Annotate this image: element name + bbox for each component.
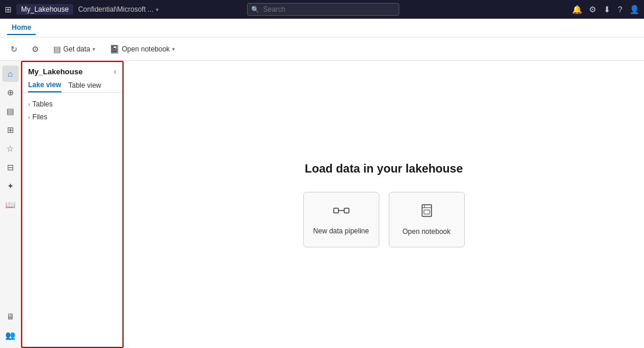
search-container: 🔍: [247, 3, 399, 16]
files-chevron-icon: ›: [28, 114, 30, 120]
get-data-label: Get data: [63, 45, 90, 53]
refresh-icon: ↻: [11, 44, 18, 54]
side-panel: My_Lakehouse ‹ Lake view Table view › Ta…: [21, 61, 124, 348]
get-data-icon: ▤: [53, 44, 61, 54]
breadcrumb: Confidential\Microsoft ... ▾: [78, 5, 159, 13]
nav-award-icon[interactable]: ✦: [2, 178, 19, 194]
secondary-bar: Home: [0, 19, 644, 37]
nav-plus-icon[interactable]: ⊕: [2, 84, 19, 101]
nav-book-icon[interactable]: 📖: [2, 197, 19, 213]
side-panel-header: My_Lakehouse ‹: [22, 62, 122, 78]
home-tab[interactable]: Home: [7, 21, 36, 35]
side-panel-tabs: Lake view Table view: [22, 78, 122, 93]
breadcrumb-text: Confidential\Microsoft ...: [78, 5, 153, 13]
gear-icon: ⚙: [32, 44, 39, 54]
user-icon[interactable]: 👤: [629, 5, 639, 14]
side-panel-close-button[interactable]: ‹: [114, 67, 117, 76]
open-notebook-button[interactable]: 📓 Open notebook ▾: [106, 42, 179, 56]
main-content: ⌂ ⊕ ▤ ⊞ ☆ ⊟ ✦ 📖 🖥 👥 My_Lakehouse ‹ Lake …: [0, 61, 644, 348]
search-input[interactable]: [247, 3, 399, 16]
download-icon[interactable]: ⬇: [604, 5, 611, 14]
svg-rect-2: [344, 208, 349, 213]
tab-table-view[interactable]: Table view: [68, 79, 101, 92]
settings-icon[interactable]: ⚙: [589, 5, 597, 14]
tree-item-files[interactable]: › Files: [22, 111, 122, 123]
open-notebook-label: Open notebook: [122, 45, 170, 53]
svg-rect-6: [424, 210, 430, 214]
svg-rect-3: [422, 205, 431, 216]
nav-home-icon[interactable]: ⌂: [2, 66, 19, 82]
tree-item-tables[interactable]: › Tables: [22, 98, 122, 111]
refresh-button[interactable]: ↻: [7, 42, 21, 56]
svg-rect-0: [334, 208, 338, 213]
nav-star-icon[interactable]: ☆: [2, 140, 19, 157]
icon-nav: ⌂ ⊕ ▤ ⊞ ☆ ⊟ ✦ 📖 🖥 👥: [0, 61, 21, 348]
toolbar: ↻ ⚙ ▤ Get data ▾ 📓 Open notebook ▾: [0, 37, 644, 61]
card-row: New data pipeline Open notebook: [303, 192, 465, 247]
bell-icon[interactable]: 🔔: [572, 5, 582, 14]
notebook-icon: 📓: [109, 44, 119, 54]
tab-lake-view[interactable]: Lake view: [28, 78, 61, 92]
breadcrumb-chevron-icon[interactable]: ▾: [156, 6, 159, 13]
nav-people-icon[interactable]: 👥: [2, 327, 19, 343]
settings-button[interactable]: ⚙: [28, 42, 43, 56]
notebook-card-icon: [419, 203, 434, 222]
nav-pages-icon[interactable]: ▤: [2, 103, 19, 119]
top-bar: ⊞ My_Lakehouse Confidential\Microsoft ..…: [0, 0, 644, 19]
open-notebook-chevron-icon: ▾: [172, 46, 175, 52]
open-notebook-card[interactable]: Open notebook: [389, 192, 465, 247]
open-notebook-card-label: Open notebook: [402, 228, 450, 236]
nav-table-icon[interactable]: ⊞: [2, 122, 19, 138]
tables-chevron-icon: ›: [28, 101, 30, 108]
get-data-chevron-icon: ▾: [93, 46, 95, 52]
get-data-button[interactable]: ▤ Get data ▾: [50, 42, 99, 56]
search-icon: 🔍: [251, 6, 259, 13]
files-label: Files: [32, 113, 47, 121]
new-data-pipeline-label: New data pipeline: [313, 227, 369, 235]
tables-label: Tables: [32, 100, 53, 108]
content-area: Load data in your lakehouse New data pip…: [124, 61, 644, 348]
nav-monitor-icon[interactable]: 🖥: [2, 308, 19, 325]
help-icon[interactable]: ?: [618, 5, 622, 14]
top-bar-right: 🔔 ⚙ ⬇ ? 👤: [572, 5, 639, 14]
side-panel-tree: › Tables › Files: [22, 93, 122, 347]
apps-icon[interactable]: ⊞: [5, 5, 12, 14]
load-data-title: Load data in your lakehouse: [304, 162, 463, 175]
new-data-pipeline-card[interactable]: New data pipeline: [303, 192, 379, 247]
app-title[interactable]: My_Lakehouse: [16, 4, 73, 15]
side-panel-title: My_Lakehouse: [28, 67, 83, 76]
nav-grid-icon[interactable]: ⊟: [2, 159, 19, 175]
pipeline-icon: [333, 204, 350, 221]
